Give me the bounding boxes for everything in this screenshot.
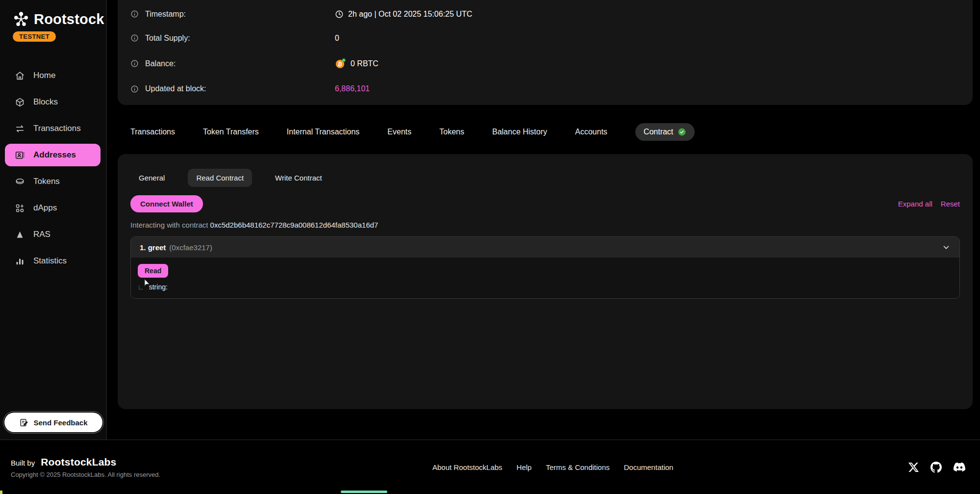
built-by-label: Built by bbox=[11, 459, 35, 467]
rootstock-logo-icon bbox=[13, 11, 29, 27]
main-content: Timestamp: 2h ago | Oct 02 2025 15:06:25… bbox=[107, 0, 980, 440]
tab-contract-label: Contract bbox=[644, 128, 673, 136]
tab-accounts[interactable]: Accounts bbox=[575, 128, 607, 136]
tab-tokens[interactable]: Tokens bbox=[439, 128, 464, 136]
updated-block-link[interactable]: 6,886,101 bbox=[335, 84, 370, 93]
subtab-general[interactable]: General bbox=[130, 169, 173, 187]
sidebar-item-home[interactable]: Home bbox=[5, 64, 101, 87]
sidebar-item-label: Transactions bbox=[33, 124, 81, 133]
info-icon[interactable] bbox=[130, 34, 139, 42]
connect-wallet-button[interactable]: Connect Wallet bbox=[130, 195, 203, 212]
send-feedback-button[interactable]: Send Feedback bbox=[4, 413, 102, 432]
sidebar-item-addresses[interactable]: Addresses bbox=[5, 144, 101, 166]
footer-link-about[interactable]: About RootstockLabs bbox=[432, 463, 503, 471]
wallet-row: Connect Wallet Expand all Reset bbox=[130, 195, 960, 212]
chevron-down-icon[interactable] bbox=[942, 243, 951, 252]
address-summary-card: Timestamp: 2h ago | Oct 02 2025 15:06:25… bbox=[118, 0, 973, 105]
subtab-read-contract[interactable]: Read Contract bbox=[188, 169, 252, 187]
dapps-icon bbox=[14, 202, 25, 214]
tab-token-transfers[interactable]: Token Transfers bbox=[203, 128, 259, 136]
discord-icon[interactable] bbox=[954, 461, 965, 473]
sidebar-item-statistics[interactable]: Statistics bbox=[5, 250, 101, 272]
summary-label: Timestamp: bbox=[145, 10, 186, 19]
balance-value: 0 RBTC bbox=[351, 59, 378, 68]
footer-links: About RootstockLabs Help Terms & Conditi… bbox=[432, 463, 673, 471]
app-root: Rootstock TESTNET Home bbox=[0, 0, 980, 494]
clock-icon bbox=[335, 10, 344, 19]
sidebar-item-blocks[interactable]: Blocks bbox=[5, 91, 101, 113]
testnet-badge: TESTNET bbox=[13, 31, 56, 42]
horizontal-scrollbar-thumb[interactable] bbox=[341, 491, 387, 493]
subtab-write-contract[interactable]: Write Contract bbox=[267, 169, 330, 187]
method-title: 1. greet bbox=[140, 243, 166, 252]
method-accordion-body: Read ∟ string: bbox=[131, 258, 959, 298]
footer-link-documentation[interactable]: Documentation bbox=[624, 463, 674, 471]
sidebar-item-label: Addresses bbox=[33, 150, 76, 160]
tab-contract[interactable]: Contract bbox=[635, 123, 695, 141]
sidebar-item-tokens[interactable]: Tokens bbox=[5, 170, 101, 193]
footer-brand-block: Built by RootstockLabs Copyright © 2025 … bbox=[11, 456, 310, 478]
brand-name: Rootstock bbox=[34, 11, 104, 27]
method-accordion-header[interactable]: 1. greet (0xcfae3217) bbox=[131, 237, 959, 258]
footer-link-help[interactable]: Help bbox=[517, 463, 532, 471]
contract-address: 0xc5d2b6b48162c7728c9a008612d64fa8530a16… bbox=[210, 221, 378, 229]
interacting-with-contract: Interacting with contract 0xc5d2b6b48162… bbox=[130, 221, 960, 229]
sidebar-nav: Home Blocks Transa bbox=[0, 62, 106, 274]
read-button[interactable]: Read bbox=[138, 264, 168, 278]
method-selector: (0xcfae3217) bbox=[169, 243, 212, 252]
tokens-icon bbox=[14, 176, 25, 187]
tab-balance-history[interactable]: Balance History bbox=[492, 128, 547, 136]
summary-row-timestamp: Timestamp: 2h ago | Oct 02 2025 15:06:25… bbox=[130, 2, 960, 26]
sidebar-item-label: Home bbox=[33, 71, 55, 80]
send-feedback-label: Send Feedback bbox=[33, 418, 87, 427]
transactions-icon bbox=[14, 123, 25, 134]
tab-transactions[interactable]: Transactions bbox=[130, 128, 175, 136]
sidebar-item-dapps[interactable]: dApps bbox=[5, 197, 101, 219]
sidebar-item-transactions[interactable]: Transactions bbox=[5, 117, 101, 140]
info-icon[interactable] bbox=[130, 59, 139, 68]
copyright-text: Copyright © 2025 RootstockLabs. All righ… bbox=[11, 471, 310, 478]
total-supply-value: 0 bbox=[335, 34, 339, 43]
address-tabs: Transactions Token Transfers Internal Tr… bbox=[130, 122, 973, 142]
timestamp-value: 2h ago | Oct 02 2025 15:06:25 UTC bbox=[348, 10, 472, 19]
contract-card: General Read Contract Write Contract Con… bbox=[118, 154, 973, 409]
ras-icon bbox=[14, 229, 25, 240]
blocks-icon bbox=[14, 96, 25, 108]
check-circle-icon bbox=[678, 128, 686, 136]
footer-link-terms[interactable]: Terms & Conditions bbox=[546, 463, 609, 471]
statistics-icon bbox=[14, 255, 25, 267]
summary-row-updated-block: Updated at block: 6,886,101 bbox=[130, 77, 960, 101]
home-icon bbox=[14, 70, 25, 81]
info-icon[interactable] bbox=[130, 85, 139, 93]
corner-sliver bbox=[0, 491, 2, 494]
method-accordion: 1. greet (0xcfae3217) Read bbox=[130, 236, 960, 299]
summary-label: Balance: bbox=[145, 59, 176, 68]
info-icon[interactable] bbox=[130, 10, 139, 18]
interacting-label: Interacting with contract bbox=[130, 221, 208, 229]
x-icon[interactable] bbox=[908, 462, 919, 472]
method-output: ∟ string: bbox=[138, 283, 953, 291]
sidebar-item-label: Tokens bbox=[33, 177, 60, 186]
tab-internal-transactions[interactable]: Internal Transactions bbox=[287, 128, 360, 136]
rootstocklabs-wordmark[interactable]: RootstockLabs bbox=[41, 456, 116, 468]
expand-all-link[interactable]: Expand all bbox=[898, 200, 932, 208]
summary-row-balance: Balance: ₿ 0 RBTC bbox=[130, 51, 960, 77]
summary-label: Updated at block: bbox=[145, 84, 206, 93]
tab-events[interactable]: Events bbox=[387, 128, 411, 136]
addresses-icon bbox=[14, 149, 25, 161]
footer-social bbox=[908, 461, 965, 473]
feedback-icon bbox=[19, 418, 28, 427]
sidebar-item-ras[interactable]: RAS bbox=[5, 223, 101, 246]
brand[interactable]: Rootstock TESTNET bbox=[0, 11, 106, 42]
sidebar-item-label: Blocks bbox=[33, 97, 58, 107]
sidebar-item-label: dApps bbox=[33, 203, 57, 213]
summary-row-total-supply: Total Supply: 0 bbox=[130, 26, 960, 50]
contract-subtabs: General Read Contract Write Contract bbox=[130, 169, 960, 187]
github-icon[interactable] bbox=[930, 462, 942, 473]
mouse-cursor bbox=[142, 278, 152, 290]
reset-link[interactable]: Reset bbox=[941, 200, 960, 208]
summary-label: Total Supply: bbox=[145, 34, 190, 43]
sidebar: Rootstock TESTNET Home bbox=[0, 0, 107, 440]
rbtc-icon: ₿ bbox=[335, 58, 346, 69]
footer: Built by RootstockLabs Copyright © 2025 … bbox=[0, 440, 980, 494]
